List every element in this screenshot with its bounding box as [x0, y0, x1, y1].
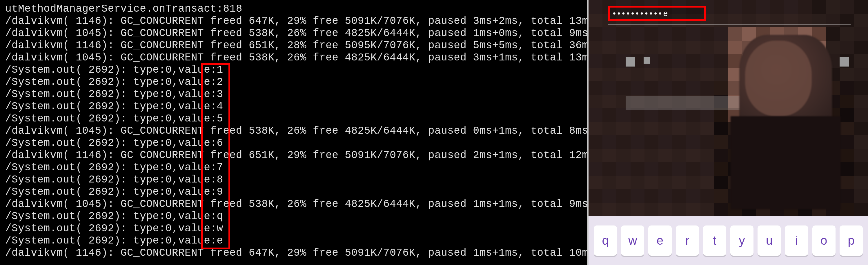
- log-line: /System.out( 2692): type:0,value:e: [0, 235, 587, 247]
- log-line: /System.out( 2692): type:0,value:1: [0, 64, 587, 76]
- password-input[interactable]: •••••••••••e: [608, 6, 706, 21]
- terminal-pane: utMethodManagerService.onTransact:818 /d…: [0, 0, 589, 265]
- password-text: •••••••••••e: [613, 9, 670, 18]
- key-q[interactable]: q: [594, 226, 617, 256]
- log-line: /dalvikvm( 1146): GC_CONCURRENT freed 65…: [0, 149, 587, 162]
- log-line: /System.out( 2692): type:0,value:2: [0, 76, 587, 88]
- log-line: /System.out( 2692): type:0,value:3: [0, 88, 587, 101]
- log-line: /System.out( 2692): type:0,value:6: [0, 137, 587, 149]
- key-p[interactable]: p: [840, 226, 863, 256]
- log-line: /System.out( 2692): type:0,value:w: [0, 222, 587, 235]
- log-line: /System.out( 2692): type:0,value:8: [0, 174, 587, 186]
- photo-blob: [731, 116, 841, 209]
- key-u[interactable]: u: [757, 226, 781, 256]
- key-e[interactable]: e: [648, 226, 672, 256]
- control-icon[interactable]: [626, 57, 635, 67]
- lock-screen: •••••••••••e: [589, 0, 868, 216]
- log-line: /dalvikvm( 1146): GC_CONCURRENT freed 64…: [0, 15, 587, 27]
- log-line: /dalvikvm( 1045): GC_CONCURRENT freed 53…: [0, 198, 587, 210]
- key-r[interactable]: r: [676, 226, 699, 256]
- log-line: /dalvikvm( 1146): GC_CONCURRENT freed 64…: [0, 247, 587, 259]
- log-line: /dalvikvm( 1045): GC_CONCURRENT freed 53…: [0, 52, 587, 64]
- log-line: /System.out( 2692): type:0,value:4: [0, 101, 587, 113]
- log-line: /dalvikvm( 1045): GC_CONCURRENT freed 53…: [0, 27, 587, 39]
- log-line: /System.out( 2692): type:0,value:7: [0, 162, 587, 174]
- soft-keyboard: q w e r t y u i o p: [589, 216, 868, 265]
- photo-blob: [745, 41, 812, 116]
- log-line: utMethodManagerService.onTransact:818: [0, 3, 587, 15]
- key-t[interactable]: t: [703, 226, 726, 256]
- key-w[interactable]: w: [621, 226, 644, 256]
- key-o[interactable]: o: [812, 226, 836, 256]
- log-line: /System.out( 2692): type:0,value:5: [0, 113, 587, 125]
- control-icon[interactable]: [840, 57, 849, 67]
- key-i[interactable]: i: [785, 226, 808, 256]
- password-underline: [608, 24, 850, 25]
- log-line: /dalvikvm( 1146): GC_CONCURRENT freed 65…: [0, 39, 587, 52]
- key-y[interactable]: y: [730, 226, 753, 256]
- hint-text-area: [626, 96, 747, 110]
- log-line: /System.out( 2692): type:0,value:q: [0, 210, 587, 222]
- log-line: /dalvikvm( 1045): GC_CONCURRENT freed 53…: [0, 125, 587, 137]
- device-screen: •••••••••••e q w e r t y u i o p: [589, 0, 868, 265]
- log-line: /System.out( 2692): type:0,value:9: [0, 186, 587, 198]
- control-icon[interactable]: [644, 57, 650, 64]
